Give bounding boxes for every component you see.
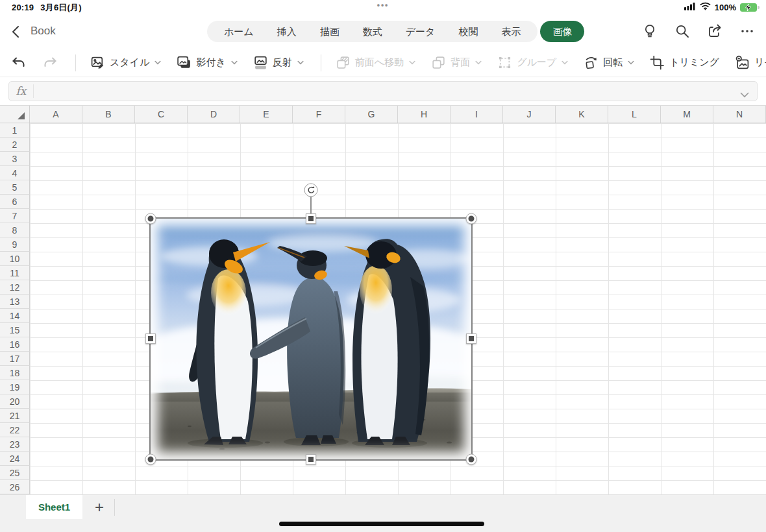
resize-handle-right[interactable]	[466, 333, 476, 344]
row-header-12[interactable]: 12	[0, 280, 30, 295]
bring-forward-button[interactable]: 前面へ移動	[336, 55, 415, 70]
resize-handle-bottom[interactable]	[306, 454, 316, 465]
resize-handle-bottom-right[interactable]	[466, 454, 477, 465]
row-header-15[interactable]: 15	[0, 323, 30, 337]
row-header-2[interactable]: 2	[0, 138, 30, 152]
tab-home[interactable]: ホーム	[212, 21, 266, 42]
chevron-down-icon[interactable]	[740, 89, 749, 101]
undo-icon	[10, 55, 27, 71]
toolbar-divider	[75, 54, 76, 71]
column-header-H[interactable]: H	[398, 106, 451, 123]
row-header-13[interactable]: 13	[0, 295, 30, 309]
crop-label: トリミング	[669, 56, 719, 69]
row-header-22[interactable]: 22	[0, 423, 30, 437]
shadow-label: 影付き	[196, 56, 225, 69]
row-header-11[interactable]: 11	[0, 266, 30, 280]
resize-handle-top[interactable]	[306, 213, 316, 224]
column-header-C[interactable]: C	[135, 106, 188, 123]
resize-handle-top-right[interactable]	[466, 213, 477, 224]
row-header-20[interactable]: 20	[0, 394, 30, 409]
search-button[interactable]	[673, 22, 692, 42]
style-button[interactable]: スタイル	[90, 55, 161, 70]
back-button[interactable]	[8, 23, 26, 42]
column-header-E[interactable]: E	[240, 106, 293, 123]
column-header-A[interactable]: A	[30, 106, 82, 123]
chevron-down-icon	[297, 60, 304, 65]
row-header-25[interactable]: 25	[0, 466, 30, 480]
tab-draw[interactable]: 描画	[308, 21, 351, 42]
row-header-8[interactable]: 8	[0, 223, 30, 237]
resize-handle-bottom-left[interactable]	[145, 454, 156, 465]
row-header-6[interactable]: 6	[0, 195, 30, 209]
send-backward-label: 背面	[451, 56, 470, 69]
row-header-17[interactable]: 17	[0, 352, 30, 366]
ideas-button[interactable]	[640, 22, 660, 42]
row-header-7[interactable]: 7	[0, 209, 30, 223]
chevron-down-icon	[409, 60, 415, 65]
column-header-J[interactable]: J	[503, 106, 556, 123]
tab-formulas[interactable]: 数式	[351, 21, 394, 42]
redo-button[interactable]	[42, 55, 58, 71]
tab-data[interactable]: データ	[394, 21, 447, 42]
formula-bar[interactable]: fx	[8, 81, 758, 101]
row-header-4[interactable]: 4	[0, 166, 30, 180]
ellipsis-icon	[739, 23, 755, 41]
row-header-3[interactable]: 3	[0, 152, 30, 166]
row-header-9[interactable]: 9	[0, 237, 30, 252]
row-header-1[interactable]: 1	[0, 123, 30, 138]
chevron-left-icon	[10, 32, 24, 42]
row-header-14[interactable]: 14	[0, 309, 30, 323]
undo-button[interactable]	[10, 55, 27, 71]
crop-button[interactable]: トリミング	[650, 55, 719, 70]
row-header-5[interactable]: 5	[0, 180, 30, 195]
row-header-24[interactable]: 24	[0, 452, 30, 466]
column-header-G[interactable]: G	[345, 106, 398, 123]
sheet-tab-sheet1[interactable]: Sheet1	[26, 495, 82, 519]
tab-view[interactable]: 表示	[489, 21, 532, 42]
resize-handle-top-left[interactable]	[145, 213, 156, 224]
rotate-handle[interactable]	[304, 184, 318, 197]
row-headers: 1234567891011121314151617181920212223242…	[0, 123, 30, 494]
row-header-19[interactable]: 19	[0, 380, 30, 394]
home-indicator[interactable]	[279, 522, 484, 526]
add-sheet-button[interactable]: +	[90, 498, 109, 517]
toolbar-divider	[321, 54, 321, 71]
chevron-down-icon	[628, 60, 634, 65]
row-header-10[interactable]: 10	[0, 252, 30, 266]
row-header-21[interactable]: 21	[0, 409, 30, 423]
column-header-I[interactable]: I	[451, 106, 503, 123]
column-header-B[interactable]: B	[82, 106, 135, 123]
select-all-triangle-icon	[18, 112, 25, 119]
more-button[interactable]	[737, 22, 757, 42]
tab-picture[interactable]: 画像	[540, 21, 584, 42]
formula-input[interactable]	[34, 82, 757, 101]
row-header-26[interactable]: 26	[0, 480, 30, 494]
row-header-16[interactable]: 16	[0, 337, 30, 352]
bring-forward-label: 前面へ移動	[355, 56, 404, 69]
row-header-23[interactable]: 23	[0, 437, 30, 452]
document-title: Book	[31, 25, 56, 38]
tab-insert[interactable]: 挿入	[266, 21, 308, 42]
reflection-button[interactable]: 反射	[253, 55, 304, 70]
column-header-M[interactable]: M	[661, 106, 713, 123]
shadow-button[interactable]: 影付き	[177, 55, 237, 70]
column-header-N[interactable]: N	[713, 106, 766, 123]
penguins-picture[interactable]	[151, 219, 471, 459]
row-header-18[interactable]: 18	[0, 366, 30, 380]
send-backward-button[interactable]: 背面	[431, 55, 482, 70]
column-header-L[interactable]: L	[608, 106, 661, 123]
search-icon	[674, 23, 690, 41]
picture-shadow-icon	[177, 55, 192, 70]
tab-review[interactable]: 校閲	[447, 21, 489, 42]
select-all-corner[interactable]	[0, 105, 30, 123]
reset-button[interactable]: リセット	[735, 55, 766, 70]
rotate-button[interactable]: 回転	[584, 55, 634, 70]
multitask-dots-icon[interactable]: •••	[0, 1, 766, 10]
lightbulb-icon	[642, 23, 658, 42]
column-header-F[interactable]: F	[293, 106, 345, 123]
share-button[interactable]	[705, 22, 724, 42]
group-button[interactable]: グループ	[497, 55, 568, 70]
column-header-K[interactable]: K	[556, 106, 608, 123]
resize-handle-left[interactable]	[145, 333, 156, 344]
column-header-D[interactable]: D	[188, 106, 240, 123]
